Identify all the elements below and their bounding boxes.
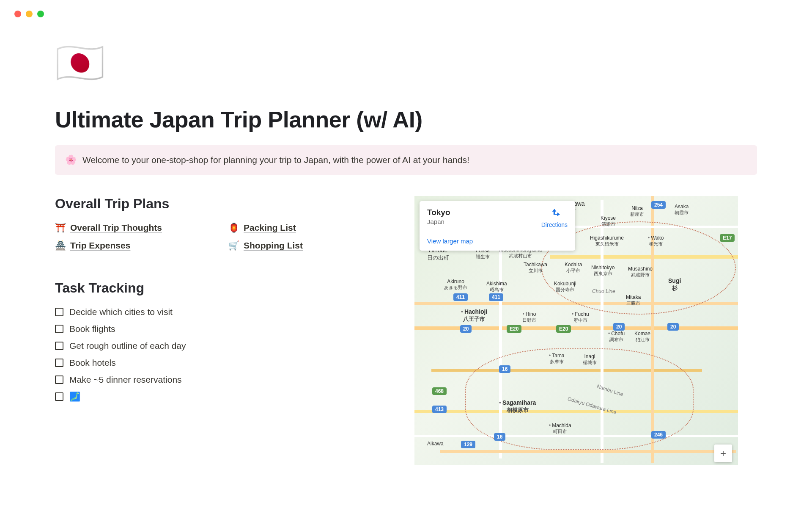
task-row[interactable]: Book flights bbox=[55, 324, 389, 334]
route-shield: 20 bbox=[667, 323, 679, 331]
task-list: Decide which cities to visit Book flight… bbox=[55, 307, 389, 402]
route-shield: E17 bbox=[720, 234, 735, 242]
route-shield: E20 bbox=[556, 325, 571, 333]
task-row-empty[interactable]: 🗾 bbox=[55, 392, 389, 402]
lantern-icon: 🏮 bbox=[228, 223, 239, 233]
route-shield: 129 bbox=[461, 441, 475, 448]
route-shield: 16 bbox=[499, 365, 510, 373]
view-larger-map-link[interactable]: View larger map bbox=[427, 237, 568, 245]
route-shield: 246 bbox=[651, 431, 666, 439]
window-minimize-button[interactable] bbox=[26, 11, 33, 17]
directions-label: Directions bbox=[541, 221, 568, 228]
page-link-label: Overall Trip Thoughts bbox=[70, 223, 162, 233]
route-shield: 411 bbox=[453, 293, 468, 301]
task-label: Decide which cities to visit bbox=[69, 307, 173, 317]
page-link-shopping-list[interactable]: 🛒 Shopping List bbox=[228, 240, 389, 251]
plan-links-grid: ⛩️ Overall Trip Thoughts 🏮 Packing List … bbox=[55, 223, 389, 251]
task-checkbox[interactable] bbox=[55, 375, 63, 384]
task-label: Book flights bbox=[69, 324, 115, 334]
route-shield: 16 bbox=[494, 433, 505, 441]
task-checkbox[interactable] bbox=[55, 342, 63, 350]
window-maximize-button[interactable] bbox=[37, 11, 44, 17]
cart-icon: 🛒 bbox=[228, 240, 239, 251]
route-shield: 468 bbox=[432, 387, 447, 395]
section-heading-tasks: Task Tracking bbox=[55, 280, 389, 296]
task-row[interactable]: Get rough outline of each day bbox=[55, 341, 389, 351]
map-card-title: Tokyo bbox=[427, 208, 450, 217]
route-shield: 20 bbox=[460, 325, 472, 333]
torii-icon: ⛩️ bbox=[55, 223, 66, 233]
route-shield: 411 bbox=[489, 293, 503, 301]
cherry-blossom-icon: 🌸 bbox=[65, 155, 77, 166]
map-zoom-controls: + bbox=[714, 444, 732, 462]
map-card-subtitle: Japan bbox=[427, 218, 450, 225]
task-checkbox[interactable] bbox=[55, 308, 63, 316]
directions-icon bbox=[549, 208, 560, 219]
callout-text: Welcome to your one-stop-shop for planni… bbox=[82, 155, 469, 165]
task-label: Make ~5 dinner reservations bbox=[69, 375, 182, 385]
task-label: Book hotels bbox=[69, 358, 116, 368]
page-content: 🇯🇵 Ultimate Japan Trip Planner (w/ AI) 🌸… bbox=[0, 17, 812, 465]
page-link-trip-thoughts[interactable]: ⛩️ Overall Trip Thoughts bbox=[55, 223, 216, 233]
callout-block[interactable]: 🌸 Welcome to your one-stop-shop for plan… bbox=[55, 145, 757, 175]
page-icon[interactable]: 🇯🇵 bbox=[55, 43, 757, 83]
page-link-trip-expenses[interactable]: 🏯 Trip Expenses bbox=[55, 240, 216, 251]
task-label: Get rough outline of each day bbox=[69, 341, 186, 351]
page-link-label: Packing List bbox=[244, 223, 296, 233]
route-shield: E20 bbox=[507, 325, 521, 333]
task-row[interactable]: Book hotels bbox=[55, 358, 389, 368]
page-link-label: Trip Expenses bbox=[70, 240, 130, 251]
task-checkbox[interactable] bbox=[55, 325, 63, 333]
page-link-label: Shopping List bbox=[244, 240, 303, 251]
directions-button[interactable]: Directions bbox=[541, 208, 568, 228]
route-shield: 413 bbox=[432, 406, 447, 413]
section-heading-plans: Overall Trip Plans bbox=[55, 196, 389, 212]
zoom-in-button[interactable]: + bbox=[714, 444, 732, 462]
task-row[interactable]: Decide which cities to visit bbox=[55, 307, 389, 317]
window-close-button[interactable] bbox=[14, 11, 21, 17]
task-checkbox[interactable] bbox=[55, 392, 63, 401]
page-link-packing-list[interactable]: 🏮 Packing List bbox=[228, 223, 389, 233]
task-checkbox[interactable] bbox=[55, 359, 63, 367]
route-shield: 254 bbox=[651, 201, 666, 209]
japan-map-icon: 🗾 bbox=[69, 392, 80, 402]
castle-icon: 🏯 bbox=[55, 240, 66, 251]
page-title[interactable]: Ultimate Japan Trip Planner (w/ AI) bbox=[55, 106, 757, 133]
map-info-card: Tokyo Japan Directions View larger map bbox=[420, 201, 575, 251]
route-shield: 20 bbox=[613, 323, 625, 331]
task-row[interactable]: Make ~5 dinner reservations bbox=[55, 375, 389, 385]
map-embed[interactable]: 254 E17 411 411 20 E20 E20 20 20 16 16 4… bbox=[414, 196, 738, 465]
window-chrome bbox=[0, 0, 812, 17]
